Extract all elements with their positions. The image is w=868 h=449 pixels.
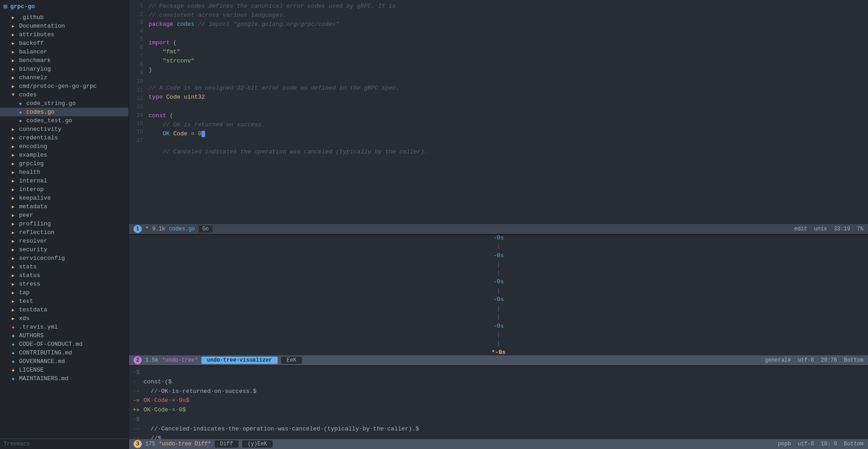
sidebar-item--travis-yml[interactable]: ◆.travis.yml <box>0 323 129 331</box>
undo-tree-visual: -0s | -0s | | -0s | -0s | | -0s | | *-0s <box>129 235 868 355</box>
folder-icon: ▶ <box>9 84 17 89</box>
sidebar-item-label: status <box>19 272 40 279</box>
pane2-tab2[interactable]: EeK <box>281 357 302 364</box>
sidebar-item-metadata[interactable]: ▶metadata <box>0 202 129 211</box>
treemacs-label: Treemacs <box>0 439 129 449</box>
pane1-format: unix <box>814 226 827 232</box>
sidebar-item-security[interactable]: ▶security <box>0 245 129 254</box>
pane2-encoding: utf-8 <box>798 357 814 363</box>
sidebar-item-label: codes_test.go <box>26 117 72 124</box>
pane3-tab2[interactable]: (y)EeK <box>242 440 273 448</box>
undo-node-1: -0s <box>493 235 504 242</box>
sidebar-item-label: serviceconfig <box>19 255 65 262</box>
sidebar-item-codes-go[interactable]: ◆codes.go <box>0 108 129 116</box>
sidebar-item-connectivity[interactable]: ▶connectivity <box>0 125 129 134</box>
folder-icon: ▶ <box>9 299 17 304</box>
sidebar-item-test[interactable]: ▶test <box>0 297 129 306</box>
diff-prefix-1: ·$ <box>133 368 140 377</box>
diff-prefix-2: · <box>133 377 140 387</box>
folder-icon: ▶ <box>9 290 17 296</box>
folder-icon: ▶ <box>9 153 17 158</box>
sidebar-item-Documentation[interactable]: ▶Documentation <box>0 22 129 30</box>
pane1-scroll: 7% <box>857 226 863 232</box>
pane2-status-right: general# utf-8 20:76 Bottom <box>765 357 863 363</box>
undo-pipe-2: | <box>497 260 500 269</box>
sidebar-item-label: backoff <box>19 40 44 47</box>
pane2-mode: general# <box>765 357 791 363</box>
sidebar-item-balancer[interactable]: ▶balancer <box>0 48 129 56</box>
sidebar-item-tap[interactable]: ▶tap <box>0 288 129 297</box>
folder-icon: ▶ <box>9 282 17 287</box>
sidebar-item--github[interactable]: ▶.github <box>0 13 129 22</box>
diff-text-4: OK·Code·=·0u$ <box>144 396 189 406</box>
sidebar-item-codes[interactable]: ▼codes <box>0 91 129 99</box>
folder-icon: ▶ <box>9 230 17 235</box>
sidebar-item-LICENSE[interactable]: ◆LICENSE <box>0 366 129 374</box>
sidebar-item-reflection[interactable]: ▶reflection <box>0 228 129 237</box>
sidebar-item-testdata[interactable]: ▶testdata <box>0 306 129 314</box>
sidebar-item-label: code_string.go <box>26 100 76 107</box>
sidebar-item-internal[interactable]: ▶internal <box>0 177 129 185</box>
sidebar-item-cmd-protoc-gen-go-grpc[interactable]: ▶cmd/protoc-gen-go-grpc <box>0 82 129 91</box>
pane3-filename: *undo-tree Diff* <box>159 441 211 447</box>
sidebar-item-AUTHORS[interactable]: ◆AUTHORS <box>0 331 129 340</box>
sidebar-item-serviceconfig[interactable]: ▶serviceconfig <box>0 254 129 263</box>
pane2-tab1[interactable]: undo-tree-visualizer <box>201 357 278 364</box>
sidebar-item-label: internal <box>19 177 47 184</box>
sidebar-item-CODE-OF-CONDUCT-md[interactable]: ◆CODE-OF-CONDUCT.md <box>0 340 129 349</box>
sidebar-item-interop[interactable]: ▶interop <box>0 185 129 194</box>
sidebar-item-profiling[interactable]: ▶profiling <box>0 220 129 228</box>
sidebar-item-examples[interactable]: ▶examples <box>0 151 129 159</box>
sidebar-item-label: testdata <box>19 306 47 313</box>
sidebar-item-keepalive[interactable]: ▶keepalive <box>0 194 129 202</box>
sidebar-item-health[interactable]: ▶health <box>0 168 129 177</box>
sidebar-item-grpclog[interactable]: ▶grpclog <box>0 159 129 168</box>
sidebar-item-codes-test-go[interactable]: ◆codes_test.go <box>0 116 129 125</box>
sidebar-item-label: health <box>19 169 40 176</box>
sidebar-item-MAINTAINERS-md[interactable]: ◆MAINTAINERS.md <box>0 374 129 383</box>
undo-pipe-7: | <box>497 330 500 339</box>
sidebar-item-benchmark[interactable]: ▶benchmark <box>0 56 129 65</box>
sidebar-item-label: examples <box>19 152 47 158</box>
sidebar-item-label: tap <box>19 289 29 296</box>
undo-node-3: -0s <box>493 277 504 287</box>
sidebar-item-encoding[interactable]: ▶encoding <box>0 142 129 151</box>
sidebar-item-stress[interactable]: ▶stress <box>0 280 129 288</box>
sidebar-item-status[interactable]: ▶status <box>0 271 129 280</box>
sidebar-item-resolver[interactable]: ▶resolver <box>0 237 129 245</box>
pane1-filesize: 9.1k <box>152 226 165 232</box>
sidebar-item-CONTRIBUTING-md[interactable]: ◆CONTRIBUTING.md <box>0 349 129 357</box>
sidebar-item-label: .travis.yml <box>19 324 58 330</box>
code-editor[interactable]: 12345 678910 1112131415 1617 // Package … <box>129 0 868 224</box>
folder-icon: ▶ <box>9 273 17 278</box>
pane3-tab1[interactable]: Diff <box>215 440 239 448</box>
sidebar-item-label: balancer <box>19 48 47 55</box>
file-tree: ▶.github▶Documentation▶attributes▶backof… <box>0 13 129 383</box>
diff-line-8: ·- //$ <box>133 434 864 439</box>
sidebar-item-GOVERNANCE-md[interactable]: ◆GOVERNANCE.md <box>0 357 129 366</box>
folder-icon: ▶ <box>9 58 17 63</box>
undo-tree-nodes: -0s | -0s | | -0s | -0s | | -0s | | *-0s <box>491 235 505 355</box>
sidebar-item-backoff[interactable]: ▶backoff <box>0 39 129 48</box>
sidebar-header: ⊞ grpc-go <box>0 0 129 13</box>
sidebar-item-credentials[interactable]: ▶credentials <box>0 134 129 142</box>
pane2-position: 20:76 <box>821 357 837 363</box>
sidebar-item-attributes[interactable]: ▶attributes <box>0 30 129 39</box>
sidebar-item-label: GOVERNANCE.md <box>19 358 65 365</box>
sidebar-item-xds[interactable]: ▶xds <box>0 314 129 323</box>
sidebar-item-code-string-go[interactable]: ◆code_string.go <box>0 99 129 108</box>
folder-icon: ▶ <box>9 67 17 72</box>
sidebar-item-peer[interactable]: ▶peer <box>0 211 129 220</box>
diff-line-7: ·- //·Canceled·indicates·the·operation·w… <box>133 425 864 434</box>
pane1-filename: codes.go <box>169 226 195 232</box>
pane1-status-right: edit unix 33:19 7% <box>794 226 863 232</box>
go-file-icon: ◆ <box>16 110 24 115</box>
sidebar-item-stats[interactable]: ▶stats <box>0 263 129 271</box>
sidebar-item-channelz[interactable]: ▶channelz <box>0 73 129 82</box>
sidebar-item-binarylog[interactable]: ▶binarylog <box>0 65 129 73</box>
go-file-icon: ◆ <box>16 101 24 106</box>
sidebar-item-label: encoding <box>19 143 47 150</box>
undo-pipe-6: | <box>497 313 500 322</box>
sidebar-item-label: metadata <box>19 203 47 210</box>
sidebar-item-label: connectivity <box>19 126 62 133</box>
